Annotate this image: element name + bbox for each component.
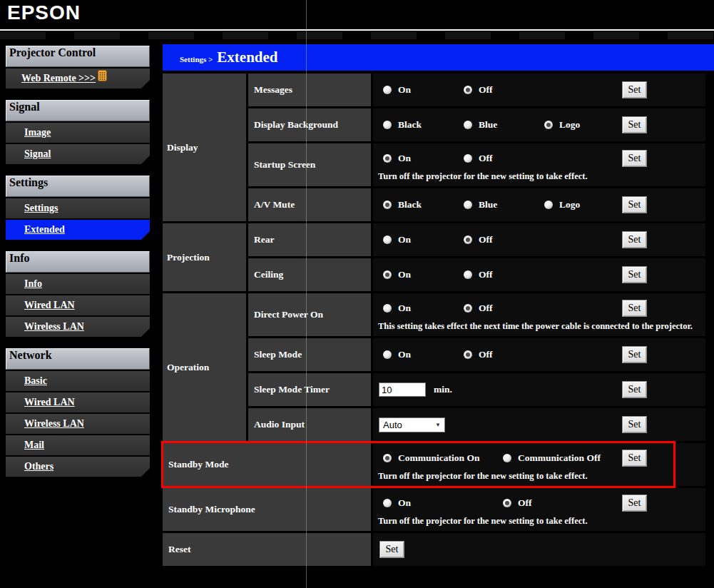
- radio-option-rear-off[interactable]: Off: [464, 234, 544, 245]
- radio-selected-icon[interactable]: [544, 121, 553, 129]
- sidebar-item-image[interactable]: Image: [6, 123, 150, 143]
- radio-option-label: Communication Off: [518, 452, 601, 464]
- table-block-operation: OperationDirect Power OnOnOffThis settin…: [163, 293, 705, 441]
- table-block: Standby ModeCommunication OnCommunicatio…: [163, 443, 705, 566]
- remote-icon: [98, 70, 107, 84]
- radio-option-sleep-mode-on[interactable]: On: [383, 349, 464, 360]
- row-standby-microphone: Standby MicrophoneOnOffTurn off the proj…: [163, 488, 705, 531]
- radio-selected-icon[interactable]: [383, 454, 392, 462]
- row-direct-power-on: Direct Power OnOnOffThis setting takes e…: [248, 293, 705, 336]
- radio-option-a-v-mute-blue[interactable]: Blue: [464, 199, 544, 211]
- set-button-a-v-mute[interactable]: Set: [622, 196, 647, 213]
- radio-option-label: On: [398, 84, 411, 96]
- radio-selected-icon[interactable]: [464, 86, 472, 94]
- sidebar-item-wired-lan[interactable]: Wired LAN: [6, 295, 150, 315]
- radio-option-display-background-black[interactable]: Black: [383, 119, 464, 131]
- radio-option-display-background-blue[interactable]: Blue: [464, 119, 544, 131]
- radio-unselected-icon[interactable]: [464, 201, 472, 209]
- set-button-messages[interactable]: Set: [622, 81, 647, 98]
- radio-option-ceiling-off[interactable]: Off: [464, 269, 544, 280]
- group-label-projection: Projection: [163, 223, 246, 291]
- set-button-startup-screen[interactable]: Set: [622, 150, 647, 167]
- radio-option-sleep-mode-off[interactable]: Off: [464, 349, 544, 360]
- sidebar-item-settings[interactable]: Settings: [6, 198, 150, 218]
- set-button-direct-power-on[interactable]: Set: [622, 300, 647, 317]
- sidebar-item-basic[interactable]: Basic: [6, 371, 150, 391]
- sleep-mode-timer-input[interactable]: [379, 382, 426, 397]
- radio-option-label: Communication On: [398, 452, 479, 464]
- radio-unselected-icon[interactable]: [464, 121, 472, 129]
- setting-label-audio-input: Audio Input: [248, 408, 371, 441]
- radio-option-startup-screen-off[interactable]: Off: [464, 153, 544, 164]
- sidebar-item-mail[interactable]: Mail: [6, 435, 150, 455]
- row-rear: RearOnOffSet: [248, 223, 705, 256]
- set-button-standby-mode[interactable]: Set: [622, 450, 647, 467]
- radio-option-a-v-mute-black[interactable]: Black: [383, 199, 464, 211]
- sidebar-item-label: Others: [24, 461, 53, 472]
- set-button-sleep-mode-timer[interactable]: Set: [622, 381, 647, 398]
- settings-table: DisplayMessagesOnOffSetDisplay Backgroun…: [163, 74, 705, 568]
- radio-unselected-icon[interactable]: [383, 235, 392, 244]
- radio-option-a-v-mute-logo[interactable]: Logo: [544, 199, 625, 211]
- radio-selected-icon[interactable]: [383, 270, 392, 279]
- sidebar-item-signal[interactable]: Signal: [6, 144, 150, 164]
- radio-option-standby-microphone-off[interactable]: Off: [503, 497, 623, 509]
- radio-option-label: Off: [479, 349, 493, 360]
- radio-option-direct-power-on-off[interactable]: Off: [464, 303, 544, 314]
- set-button-rear[interactable]: Set: [622, 231, 647, 248]
- radio-unselected-icon[interactable]: [383, 86, 392, 94]
- radio-option-display-background-logo[interactable]: Logo: [544, 119, 625, 131]
- radio-unselected-icon[interactable]: [464, 270, 472, 279]
- sidebar-item-wired-lan[interactable]: Wired LAN: [6, 392, 150, 412]
- set-button-sleep-mode[interactable]: Set: [622, 346, 647, 363]
- sidebar-item-wireless-lan[interactable]: Wireless LAN: [6, 414, 150, 434]
- breadcrumb-parent: Settings >: [180, 55, 213, 64]
- radio-unselected-icon[interactable]: [464, 154, 472, 163]
- set-button-ceiling[interactable]: Set: [622, 266, 647, 283]
- set-button-standby-microphone[interactable]: Set: [622, 495, 647, 512]
- radio-option-messages-off[interactable]: Off: [464, 84, 544, 96]
- radio-selected-icon[interactable]: [464, 350, 472, 359]
- radio-selected-icon[interactable]: [503, 499, 511, 507]
- sidebar-item-extended[interactable]: Extended: [6, 220, 150, 240]
- radio-unselected-icon[interactable]: [383, 350, 392, 359]
- sidebar-item-others[interactable]: Others: [6, 457, 150, 477]
- setting-label-a-v-mute: A/V Mute: [248, 188, 371, 221]
- radio-unselected-icon[interactable]: [544, 201, 553, 209]
- radio-option-standby-microphone-on[interactable]: On: [383, 497, 503, 509]
- group-label-display: Display: [163, 74, 246, 221]
- note-text: Turn off the projector for the new setti…: [373, 471, 705, 482]
- radio-selected-icon[interactable]: [464, 235, 472, 244]
- sidebar: Projector ControlWeb Remote >>>SignalIma…: [6, 46, 150, 488]
- radio-unselected-icon[interactable]: [503, 454, 511, 462]
- radio-option-label: Off: [479, 234, 493, 245]
- sidebar-item-label: Info: [24, 278, 42, 290]
- sidebar-item-wireless-lan[interactable]: Wireless LAN: [6, 317, 150, 337]
- radio-option-rear-on[interactable]: On: [383, 234, 464, 245]
- radio-selected-icon[interactable]: [383, 201, 392, 209]
- radio-option-standby-mode-communication-off[interactable]: Communication Off: [503, 452, 623, 464]
- set-button-reset[interactable]: Set: [379, 541, 404, 558]
- set-button-display-background[interactable]: Set: [622, 116, 647, 133]
- radio-selected-icon[interactable]: [464, 304, 472, 313]
- radio-option-direct-power-on-on[interactable]: On: [383, 303, 464, 314]
- radio-option-messages-on[interactable]: On: [383, 84, 464, 96]
- radio-option-startup-screen-on[interactable]: On: [383, 153, 464, 164]
- radio-unselected-icon[interactable]: [383, 304, 392, 313]
- radio-option-ceiling-on[interactable]: On: [383, 269, 464, 280]
- radio-selected-icon[interactable]: [383, 154, 392, 163]
- audio-input-select[interactable]: Auto▼: [379, 417, 445, 432]
- radio-unselected-icon[interactable]: [383, 121, 392, 129]
- radio-unselected-icon[interactable]: [383, 499, 392, 507]
- sidebar-item-info[interactable]: Info: [6, 274, 150, 294]
- header-shadow-strip: [0, 32, 714, 39]
- set-button-audio-input[interactable]: Set: [622, 416, 647, 433]
- setting-label-standby-mode: Standby Mode: [163, 443, 371, 486]
- radio-option-label: On: [398, 269, 411, 280]
- radio-option-standby-mode-communication-on[interactable]: Communication On: [383, 452, 503, 464]
- setting-label-display-background: Display Background: [248, 108, 371, 141]
- sidebar-section-title-info: Info: [6, 251, 150, 273]
- row-startup-screen: Startup ScreenOnOffTurn off the projecto…: [248, 143, 705, 186]
- sidebar-item-label: Extended: [24, 224, 65, 235]
- sidebar-item-web-remote[interactable]: Web Remote >>>: [6, 69, 150, 88]
